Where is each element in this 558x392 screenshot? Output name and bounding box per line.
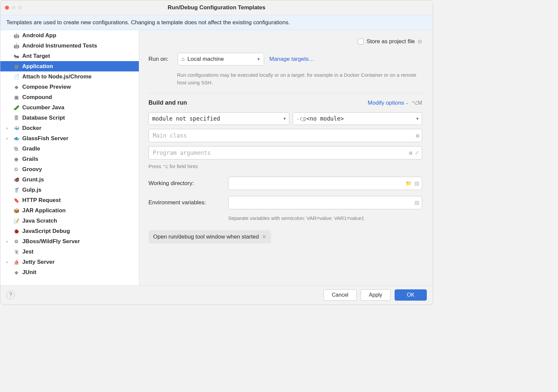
sidebar-item-glassfish-server[interactable]: ›🐟GlassFish Server — [0, 133, 139, 144]
sidebar-item-label: Application — [22, 63, 53, 70]
sidebar-item-label: Database Script — [22, 115, 65, 121]
minimize-window-button[interactable] — [12, 6, 16, 10]
sidebar-item-label: JAR Application — [22, 207, 66, 214]
sidebar-item-android-app[interactable]: 🤖Android App — [0, 30, 139, 41]
sidebar-item-java-scratch[interactable]: 📝Java Scratch — [0, 216, 139, 226]
sidebar-item-attach-to-node-js-chrome[interactable]: 📄Attach to Node.js/Chrome — [0, 71, 139, 82]
info-banner: Templates are used to create new configu… — [0, 15, 433, 30]
cancel-button[interactable]: Cancel — [324, 289, 357, 301]
sidebar-item-javascript-debug[interactable]: 🐞JavaScript Debug — [0, 226, 139, 236]
sidebar-item-label: GlassFish Server — [22, 135, 68, 142]
sidebar-item-grunt-js[interactable]: 🐗Grunt.js — [0, 174, 139, 185]
close-window-button[interactable] — [5, 6, 9, 10]
config-type-icon: 🐳 — [13, 125, 20, 132]
sidebar-item-android-instrumented-tests[interactable]: 🤖Android Instrumented Tests — [0, 41, 139, 51]
sidebar-item-gradle[interactable]: 🐘Gradle — [0, 144, 139, 154]
sidebar-item-label: Jest — [22, 248, 34, 255]
sidebar-item-label: HTTP Request — [22, 197, 61, 204]
chevron-right-icon[interactable]: › — [6, 126, 10, 131]
sidebar-item-gulp-js[interactable]: 🥤Gulp.js — [0, 185, 139, 195]
chevron-down-icon: ▼ — [416, 117, 418, 121]
config-type-icon: 🐗 — [13, 176, 20, 183]
sidebar-item-jar-application[interactable]: 📦JAR Application — [0, 205, 139, 216]
store-project-file-checkbox[interactable] — [358, 39, 364, 45]
main-class-input[interactable]: Main class ▤ — [148, 129, 422, 142]
gear-icon[interactable]: ⚙ — [418, 39, 422, 45]
list-icon[interactable]: ▤ — [415, 180, 419, 186]
chevron-down-icon: ⌄ — [406, 101, 409, 105]
sidebar-item-compound[interactable]: ▣Compound — [0, 92, 139, 102]
expand-icon[interactable]: ⤢ — [415, 150, 419, 156]
modify-options-label: Modify options — [368, 100, 404, 106]
open-tool-window-pill[interactable]: Open run/debug tool window when started … — [148, 230, 271, 244]
chevron-right-icon[interactable]: › — [6, 260, 10, 264]
sidebar-item-docker[interactable]: ›🐳Docker — [0, 123, 139, 133]
config-type-icon: ◉ — [13, 156, 20, 162]
folder-icon[interactable]: 📁 — [406, 180, 412, 186]
sidebar-item-label: Grunt.js — [22, 176, 44, 183]
list-icon[interactable]: ▤ — [415, 200, 419, 206]
config-type-icon: 🤖 — [13, 32, 20, 39]
sidebar-item-label: Groovy — [22, 166, 42, 173]
manage-targets-link[interactable]: Manage targets… — [269, 56, 314, 62]
sidebar-item-label: JavaScript Debug — [22, 228, 70, 235]
sidebar-item-application[interactable]: ▦Application — [0, 61, 139, 71]
sidebar-item-label: Gulp.js — [22, 187, 42, 193]
env-vars-input[interactable]: ▤ — [228, 196, 422, 209]
help-button[interactable]: ? — [6, 291, 15, 299]
chevron-down-icon: ▼ — [283, 117, 286, 121]
home-icon: ⌂ — [181, 56, 185, 62]
ok-button[interactable]: OK — [395, 289, 427, 301]
modify-options-link[interactable]: Modify options ⌄ — [368, 100, 409, 106]
sidebar-item-grails[interactable]: ◉Grails — [0, 154, 139, 164]
working-dir-label: Working directory: — [148, 180, 222, 187]
main-area: 🤖Android App🤖Android Instrumented Tests🐜… — [0, 30, 433, 285]
close-icon[interactable]: ✕ — [262, 234, 266, 240]
sidebar-item-groovy[interactable]: GGroovy — [0, 164, 139, 174]
chevron-right-icon[interactable]: › — [6, 136, 10, 141]
apply-button[interactable]: Apply — [361, 289, 391, 301]
sidebar-item-database-script[interactable]: 🗄Database Script — [0, 113, 139, 123]
sidebar-item-http-request[interactable]: 🔖HTTP Request — [0, 195, 139, 205]
config-type-icon: 🤖 — [13, 43, 20, 49]
config-type-icon: ▣ — [13, 94, 20, 101]
run-on-row: Run on: ⌂ Local machine ▼ Manage targets… — [148, 53, 422, 65]
list-icon[interactable]: ▤ — [416, 133, 419, 139]
section-title: Build and run — [148, 99, 187, 106]
modify-options-shortcut: ⌥M — [412, 100, 422, 106]
sidebar-item-jest[interactable]: 🃏Jest — [0, 246, 139, 257]
sidebar-item-junit[interactable]: ◈JUnit — [0, 267, 139, 277]
pill-label: Open run/debug tool window when started — [153, 234, 259, 240]
run-help-text: Run configurations may be executed local… — [177, 71, 422, 86]
classpath-dropdown[interactable]: -cp <no module> ▼ — [293, 112, 422, 125]
env-vars-hint: Separate variables with semicolon: VAR=v… — [228, 215, 422, 221]
sidebar-item-jboss-wildfly-server[interactable]: ›⚙JBoss/WildFly Server — [0, 236, 139, 246]
sidebar-item-ant-target[interactable]: 🐜Ant Target — [0, 51, 139, 61]
footer: ? Cancel Apply OK — [0, 285, 433, 304]
sidebar-item-jetty-server[interactable]: ›⛵Jetty Server — [0, 257, 139, 267]
config-type-icon: 🔖 — [13, 197, 20, 204]
env-vars-label: Environment variables: — [148, 199, 222, 206]
config-type-icon: 📦 — [13, 207, 20, 214]
working-dir-input[interactable]: 📁 ▤ — [228, 177, 422, 190]
module-dropdown[interactable]: module not specified ▼ — [148, 112, 289, 125]
content-panel: Store as project file ⚙ Run on: ⌂ Local … — [139, 30, 433, 285]
program-args-row: Program arguments ▤ ⤢ — [148, 146, 422, 159]
sidebar-item-cucumber-java[interactable]: 🥒Cucumber Java — [0, 102, 139, 113]
sidebar-item-label: Docker — [22, 125, 42, 132]
program-arguments-input[interactable]: Program arguments ▤ ⤢ — [148, 146, 422, 159]
cp-prefix: -cp — [296, 115, 307, 122]
list-icon[interactable]: ▤ — [409, 150, 412, 156]
sidebar-item-compose-preview[interactable]: ◆Compose Preview — [0, 82, 139, 92]
chevron-right-icon[interactable]: › — [6, 239, 10, 244]
config-type-icon: 🐟 — [13, 135, 20, 142]
modify-options-block: Modify options ⌄ ⌥M — [368, 100, 422, 106]
main-class-placeholder: Main class — [153, 132, 187, 139]
sidebar-item-label: JUnit — [22, 269, 37, 276]
working-dir-row: Working directory: 📁 ▤ — [148, 177, 422, 190]
run-on-dropdown[interactable]: ⌂ Local machine ▼ — [178, 53, 264, 65]
sidebar[interactable]: 🤖Android App🤖Android Instrumented Tests🐜… — [0, 30, 139, 285]
sidebar-item-label: Android Instrumented Tests — [22, 43, 97, 49]
zoom-window-button[interactable] — [18, 6, 22, 10]
run-on-value: Local machine — [187, 56, 224, 62]
